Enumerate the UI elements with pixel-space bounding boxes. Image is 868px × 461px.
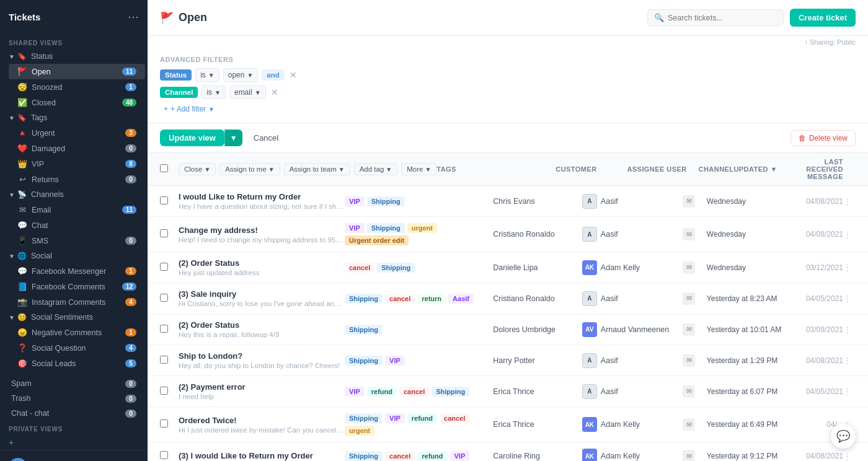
table-row[interactable]: I would Like to Return my Order Hey I ha… <box>148 186 868 217</box>
select-all-checkbox[interactable] <box>160 164 179 174</box>
table-row[interactable]: (2) Order Status Hey this is a repair, f… <box>148 314 868 345</box>
sidebar-item-negative-comments[interactable]: 😠 Negative Comments 1 <box>9 325 145 340</box>
sidebar-item-snoozed[interactable]: 😴 Snoozed 1 <box>9 79 145 95</box>
row-more[interactable]: ⋮ <box>843 356 856 365</box>
update-view-dropdown[interactable]: ▼ <box>224 130 242 146</box>
sentiments-icon: 😊 <box>17 313 27 322</box>
sidebar-item-urgent[interactable]: 🔺 Urgent 3 <box>9 125 145 141</box>
ticket-subject: Change my address! Help! I need to chang… <box>179 226 345 244</box>
ticket-assignee: AK Adam Kelly <box>582 260 671 275</box>
more-button[interactable]: More ▼ <box>401 163 436 175</box>
sidebar-item-spam[interactable]: Spam 0 <box>2 376 145 391</box>
filter-channel-field[interactable]: Channel <box>160 87 198 98</box>
sidebar-item-social-question[interactable]: ❓ Social Question 4 <box>9 340 145 356</box>
table-row[interactable]: Change my address! Help! I need to chang… <box>148 217 868 252</box>
row-more[interactable]: ⋮ <box>843 325 856 334</box>
sidebar-item-chat-chat[interactable]: Chat - chat 0 <box>2 406 145 421</box>
filter-status-value[interactable]: open ▼ <box>223 68 259 82</box>
add-filter-button[interactable]: + + Add filter ▼ <box>160 103 856 115</box>
sidebar-item-returns[interactable]: ↩ Returns 0 <box>9 172 145 187</box>
table-row[interactable]: (3) Sale inquiry Hi Cristiano, sorry to … <box>148 283 868 314</box>
search-input[interactable] <box>668 14 777 22</box>
sidebar-item-social-leads[interactable]: 🎯 Social Leads 5 <box>9 356 145 371</box>
ticket-checkbox[interactable] <box>160 451 179 461</box>
row-more[interactable]: ⋮ <box>843 196 856 206</box>
open-icon: 🚩 <box>17 67 27 76</box>
add-tag-button[interactable]: Add tag ▼ <box>354 163 398 175</box>
ticket-last-received: 04/08/2021 <box>790 452 843 460</box>
ticket-checkbox[interactable] <box>160 325 179 335</box>
row-checkbox-0[interactable] <box>160 196 168 204</box>
ticket-last-received: 04/08/2021 <box>790 197 843 206</box>
ticket-checkbox[interactable] <box>160 263 179 273</box>
header-flag-icon: 🚩 <box>160 11 174 25</box>
row-checkbox-6[interactable] <box>160 387 168 395</box>
row-checkbox-2[interactable] <box>160 263 168 271</box>
tags-group-header[interactable]: ▼ 🔖 Tags <box>0 110 148 125</box>
sidebar-item-closed[interactable]: ✅ Closed 48 <box>9 95 145 110</box>
row-checkbox-7[interactable] <box>160 419 168 428</box>
sidebar-item-damaged[interactable]: ❤️ Damaged 0 <box>9 141 145 156</box>
assign-to-me-button[interactable]: Assign to me ▼ <box>219 163 280 175</box>
delete-view-button[interactable]: 🗑 Delete view <box>790 130 856 146</box>
sidebar-item-facebook-messenger[interactable]: 💬 Facebook Messenger 1 <box>9 263 145 279</box>
filter-connector[interactable]: and <box>262 69 284 81</box>
chat-bubble[interactable]: 💬 <box>831 424 856 449</box>
row-more[interactable]: ⋮ <box>843 452 856 461</box>
ticket-tags: ShippingcancelreturnAasif <box>345 294 493 304</box>
search-box[interactable]: 🔍 <box>647 9 784 26</box>
select-all-input[interactable] <box>160 164 168 172</box>
sidebar-item-chat[interactable]: 💬 Chat <box>9 217 145 233</box>
table-row[interactable]: (2) Payment error I need help VIPrefundc… <box>148 376 868 407</box>
create-ticket-button[interactable]: Create ticket <box>790 9 856 27</box>
sidebar-header: Tickets ⋯ <box>0 0 148 33</box>
social-group-header[interactable]: ▼ 🌐 Social <box>0 248 148 263</box>
sidebar-item-open[interactable]: 🚩 Open 11 <box>9 64 145 79</box>
ticket-checkbox[interactable] <box>160 196 179 206</box>
cancel-button[interactable]: Cancel <box>247 130 285 146</box>
ticket-customer: Erica Thrice <box>493 387 582 396</box>
row-checkbox-5[interactable] <box>160 356 168 364</box>
row-more[interactable]: ⋮ <box>843 294 856 303</box>
social-sentiments-group-header[interactable]: ▼ 😊 Social Sentiments <box>0 310 148 325</box>
channels-group-header[interactable]: ▼ 📡 Channels <box>0 187 148 202</box>
filter-row2-remove[interactable]: ✕ <box>271 87 278 97</box>
ticket-checkbox[interactable] <box>160 294 179 304</box>
filter-row1-remove[interactable]: ✕ <box>290 70 297 80</box>
filter-channel-value[interactable]: email ▼ <box>229 86 266 99</box>
sidebar-item-trash[interactable]: Trash 0 <box>2 391 145 406</box>
ticket-checkbox[interactable] <box>160 387 179 397</box>
filter-status-operator[interactable]: is ▼ <box>195 68 219 82</box>
close-action-button[interactable]: Close ▼ <box>179 163 216 175</box>
row-checkbox-3[interactable] <box>160 294 168 302</box>
table-row[interactable]: (2) Order Status Hey just updated addres… <box>148 252 868 283</box>
ticket-checkbox[interactable] <box>160 229 179 239</box>
ticket-checkbox[interactable] <box>160 356 179 366</box>
sidebar-item-vip[interactable]: 👑 VIP 8 <box>9 156 145 172</box>
filter-channel-operator[interactable]: is ▼ <box>202 86 226 99</box>
row-more[interactable]: ⋮ <box>843 263 856 272</box>
update-view-button[interactable]: Update view <box>160 130 224 146</box>
sidebar-item-sms[interactable]: 📱 SMS 0 <box>9 233 145 248</box>
row-checkbox-1[interactable] <box>160 229 168 237</box>
row-checkbox-4[interactable] <box>160 325 168 333</box>
filter-status-field[interactable]: Status <box>160 69 192 81</box>
messenger-label: Facebook Messenger <box>32 267 125 276</box>
row-more[interactable]: ⋮ <box>843 230 856 239</box>
assign-to-team-button[interactable]: Assign to team ▼ <box>284 163 350 175</box>
table-row[interactable]: Ship to London? Hey all, do you ship to … <box>148 345 868 376</box>
assignee-avatar: A <box>582 194 597 209</box>
row-checkbox-8[interactable] <box>160 451 168 459</box>
ticket-checkbox[interactable] <box>160 419 179 429</box>
table-row[interactable]: (3) I would Like to Return my Order Ship… <box>148 442 868 461</box>
table-row[interactable]: Ordered Twice! Hi I just ordered twice b… <box>148 407 868 442</box>
add-private-view-btn[interactable]: + <box>0 435 148 450</box>
sidebar-item-facebook-comments[interactable]: 📘 Facebook Comments 12 <box>9 279 145 294</box>
row-more[interactable]: ⋮ <box>843 387 856 396</box>
tag-shipping: Shipping <box>345 356 383 366</box>
status-group-header[interactable]: ▼ 🔖 Status <box>0 49 148 64</box>
tag-refund: refund <box>367 387 397 397</box>
sidebar-item-instagram-comments[interactable]: 📸 Instagram Comments 4 <box>9 294 145 310</box>
sidebar-options-icon[interactable]: ⋯ <box>128 10 139 24</box>
sidebar-item-email[interactable]: ✉ Email 11 <box>9 202 145 217</box>
